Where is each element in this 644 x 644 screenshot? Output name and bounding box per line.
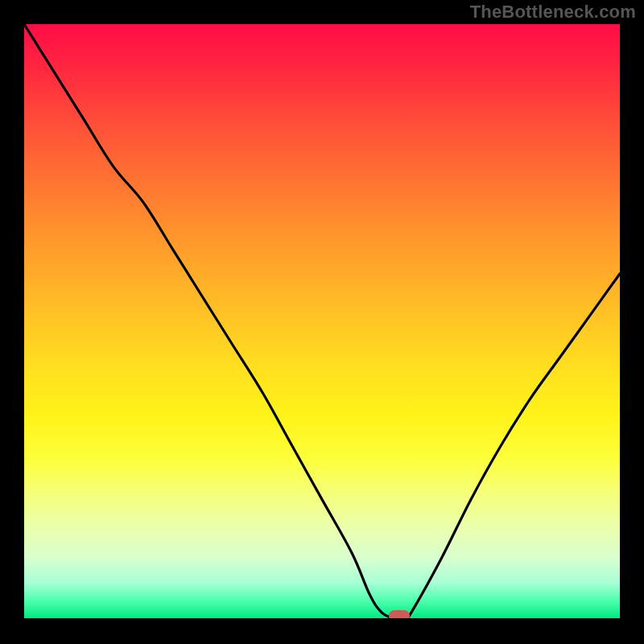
curve-svg bbox=[24, 24, 620, 618]
chart-frame: TheBottleneck.com bbox=[0, 0, 644, 644]
minimum-marker bbox=[389, 610, 410, 618]
attribution-text: TheBottleneck.com bbox=[470, 2, 636, 23]
plot-area bbox=[24, 24, 620, 618]
bottleneck-curve bbox=[24, 24, 620, 618]
